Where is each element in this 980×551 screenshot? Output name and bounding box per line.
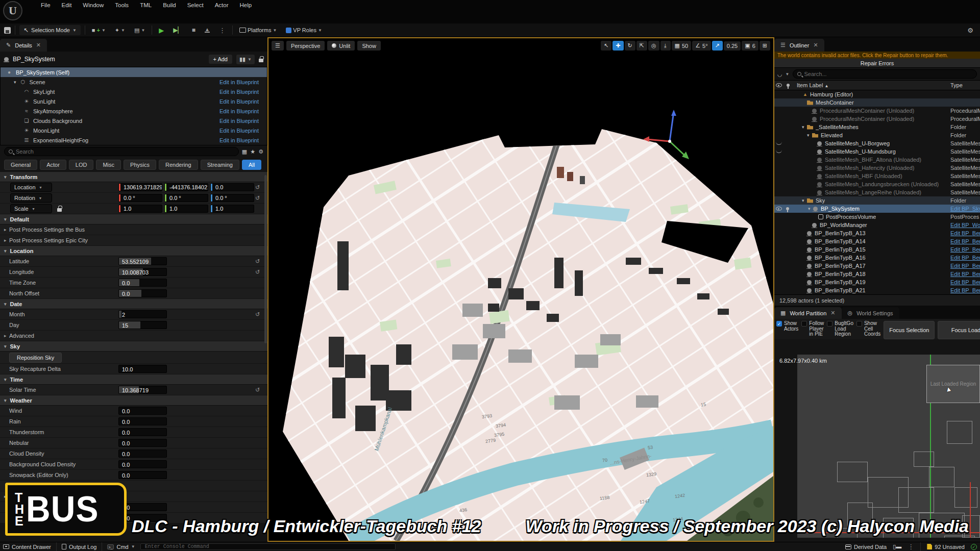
axis-field[interactable]: 130619.371829 [118, 183, 162, 191]
component-row[interactable]: ▾⬡SceneEdit in Blueprint [1, 77, 267, 87]
filter-chip-physics[interactable]: Physics [124, 160, 156, 170]
outliner-row[interactable]: SatelliteMesh_LangeReihe (Unloaded)Satel… [774, 188, 980, 196]
favorites-icon[interactable]: ★ [250, 148, 255, 155]
section-header-date[interactable]: ▾Date [0, 299, 267, 309]
lock-icon[interactable] [259, 59, 263, 62]
outliner-row[interactable]: BP_BerlinTypB_A13Edit BP_Berl [774, 229, 980, 237]
edit-blueprint-link[interactable]: Edit BP_Berl [950, 287, 980, 293]
checkbox[interactable] [801, 321, 807, 327]
snowpack-editor-only--field[interactable]: 0.0 [118, 471, 167, 479]
revision-control-icon[interactable]: ✓ [971, 544, 977, 550]
skip-button[interactable]: ▶▏ [170, 26, 185, 35]
unreal-logo[interactable]: U [3, 1, 22, 20]
component-row[interactable]: ❏Clouds BackgroundEdit in Blueprint [1, 116, 267, 126]
reset-icon[interactable]: ↺ [255, 184, 260, 191]
cloud-density-field[interactable]: 0.0 [118, 449, 167, 458]
expander-icon[interactable]: ▾ [807, 133, 812, 138]
menu-build[interactable]: Build [158, 1, 181, 9]
scale-snap-toggle[interactable]: ↗ [712, 41, 723, 51]
details-search-input[interactable]: Search [4, 147, 239, 156]
latitude-field[interactable]: 53.552109 [118, 257, 167, 265]
show-button[interactable]: Show [357, 41, 381, 51]
content-drawer-button[interactable]: Content Drawer [3, 544, 51, 550]
menu-file[interactable]: File [36, 1, 56, 9]
wp-checkbox-bugitgo-load-region[interactable]: BugItGo Load Region [827, 321, 853, 337]
world-partition-tab[interactable]: ▦ World Partition ✕ [774, 307, 842, 319]
menu-window[interactable]: Window [78, 1, 109, 9]
outliner-row[interactable]: ▲Hamburg (Editor) [774, 90, 980, 98]
vp-roles-button[interactable]: VP Roles▼ [283, 26, 325, 34]
section-header-location[interactable]: ▾Location [0, 246, 267, 256]
expander-icon[interactable]: ▸ [0, 227, 9, 232]
visibility-cell[interactable] [774, 207, 783, 211]
world-settings-tab[interactable]: ◎ World Settings [842, 307, 899, 319]
section-header-time[interactable]: ▾Time [0, 374, 267, 385]
thunderstorm-field[interactable]: 0.0 [118, 428, 167, 436]
outliner-row[interactable]: SatelliteMesh_U-MundsburgSatelliteMes [774, 147, 980, 156]
expander-icon[interactable]: ▸ [0, 238, 9, 243]
outliner-row[interactable]: BP_BerlinTypB_A21Edit BP_Berl [774, 286, 980, 294]
outliner-row[interactable]: SatelliteMesh_Hafencity (Unloaded)Satell… [774, 164, 980, 172]
scale-dropdown[interactable]: Scale▾ [10, 204, 52, 213]
wp-checkbox-follow-player-in-pie[interactable]: Follow Player in PIE [801, 321, 824, 337]
wp-checkbox-show-actors[interactable]: ✓Show Actors [776, 321, 798, 337]
rotate-tool[interactable]: ↻ [625, 41, 635, 51]
edit-blueprint-link[interactable]: Edit BP_Berl [950, 263, 980, 269]
repair-errors-button[interactable]: Repair Errors [774, 59, 980, 68]
outliner-row[interactable]: BP_BerlinTypB_A15Edit BP_Berl [774, 245, 980, 254]
console-command-input[interactable]: Enter Console Command [140, 543, 396, 550]
outliner-row[interactable]: ▾SkyFolder [774, 196, 980, 205]
outliner-row[interactable]: SatelliteMesh_U-BorgwegSatelliteMes [774, 139, 980, 147]
menu-actor[interactable]: Actor [210, 1, 234, 9]
checkbox[interactable] [827, 321, 832, 327]
output-log-button[interactable]: Output Log [62, 544, 96, 550]
visibility-column-icon[interactable] [776, 83, 782, 87]
reset-icon[interactable]: ↺ [255, 269, 260, 276]
expander-icon[interactable]: ▾ [802, 124, 807, 130]
axis-field[interactable]: 1.0 [164, 205, 208, 213]
checkbox[interactable]: ✓ [776, 321, 782, 327]
axis-field[interactable]: 0.0 ° [118, 194, 162, 202]
reset-icon[interactable]: ↺ [255, 311, 260, 318]
axis-field[interactable]: 1.0 [210, 205, 254, 213]
section-header-default[interactable]: ▾Default [0, 214, 267, 224]
play-button[interactable]: ▶ [156, 26, 166, 35]
rain-field[interactable]: 0.0 [118, 417, 167, 425]
perspective-button[interactable]: Perspective [286, 41, 325, 51]
filter-chip-streaming[interactable]: Streaming [201, 160, 239, 170]
day-field[interactable]: 15 [118, 321, 167, 329]
blueprints-button[interactable]: ✦▼ [112, 26, 128, 35]
pin-cell[interactable] [783, 207, 792, 210]
outliner-row[interactable]: ▾BP_SkySystemEdit BP_Sky [774, 205, 980, 213]
menu-tml[interactable]: TML [135, 1, 157, 9]
edit-blueprint-link[interactable]: Edit BP_Berl [950, 246, 980, 253]
wind-field[interactable]: 0.0 [118, 407, 167, 415]
stats-icon[interactable]: ▯▬ [893, 543, 901, 550]
add-component-button[interactable]: + Add [209, 55, 232, 64]
outliner-row[interactable]: BP_BerlinTypB_A17Edit BP_Berl [774, 262, 980, 270]
axis-field[interactable]: -441376.184021 [164, 183, 208, 191]
outliner-row[interactable]: PostProcessVolumePostProces [774, 213, 980, 221]
reposition-sky-button[interactable]: Reposition Sky [9, 353, 62, 363]
component-row[interactable]: ☀MoonLightEdit in Blueprint [1, 126, 267, 135]
outliner-row[interactable]: BP_BerlinTypB_A19Edit BP_Berl [774, 278, 980, 286]
visibility-cell[interactable] [774, 150, 783, 153]
axis-field[interactable]: 0.0 [210, 183, 254, 191]
cmd-dropdown[interactable]: >_Cmd▼ [107, 544, 135, 550]
edit-blueprint-link[interactable]: Edit BP_Berl [950, 238, 980, 244]
filter-chip-rendering[interactable]: Rendering [159, 160, 198, 170]
background-cloud-density-field[interactable]: 0.0 [118, 460, 167, 468]
nebular-field[interactable]: 0.0 [118, 439, 167, 447]
view-options-button[interactable]: ▮▮▼ [236, 55, 255, 64]
component-row[interactable]: ◠SkyLightEdit in Blueprint [1, 87, 267, 96]
pin-column-icon[interactable] [787, 84, 790, 87]
type-column[interactable]: Type [950, 82, 980, 88]
outliner-row[interactable]: ProceduralMeshContainer (Unloaded)Proced… [774, 107, 980, 115]
scale-tool[interactable]: ⇱ [636, 41, 647, 51]
edit-in-blueprint-link[interactable]: Edit in Blueprint [219, 108, 259, 114]
details-scrollbar[interactable] [264, 175, 267, 343]
outliner-tab[interactable]: ☰ Outliner ✕ [774, 39, 824, 52]
checkbox[interactable] [856, 321, 862, 327]
reset-icon[interactable]: ↺ [255, 387, 260, 393]
longitude-field[interactable]: 10.008703 [118, 268, 167, 276]
